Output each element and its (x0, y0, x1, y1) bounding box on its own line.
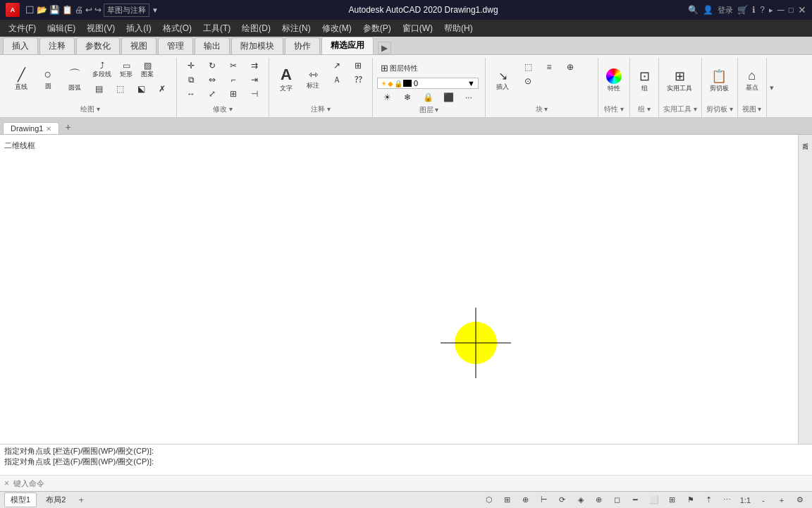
tool-fillet[interactable]: ⌐ (223, 73, 243, 86)
tool-copy[interactable]: ⧉ (181, 73, 201, 86)
status-tab-layout[interactable]: 布局2 (39, 492, 72, 507)
tool-stretch[interactable]: ↔ (181, 87, 201, 100)
tool-multileader[interactable]: ↗ (327, 59, 347, 72)
redo-icon[interactable]: ↪ (94, 5, 102, 15)
tab-featured-apps[interactable]: 精选应用 (321, 37, 374, 54)
tool-dim-style[interactable]: ⁇ (348, 73, 368, 86)
save-as-icon[interactable]: 📋 (62, 5, 73, 15)
ribbon-expand-btn[interactable]: ▾ (767, 58, 777, 117)
sidebar-w-label[interactable]: W (801, 142, 811, 151)
minimize-icon[interactable]: ─ (777, 4, 785, 16)
tool-text-style[interactable]: Ａ (327, 73, 347, 86)
tool-table[interactable]: ⊞ (348, 59, 368, 72)
tool-dimension[interactable]: ⇿ 标注 (300, 59, 326, 99)
tool-define-attr[interactable]: ⊕ (560, 61, 580, 73)
workspace-dropdown[interactable]: 草图与注释 (104, 4, 149, 17)
menu-view[interactable]: 视图(V) (81, 20, 121, 37)
sidebar-west-label[interactable]: 西 (799, 138, 811, 140)
tool-region[interactable]: ⬕ (131, 83, 151, 95)
tool-offset[interactable]: ⇉ (245, 59, 264, 72)
tab-manage[interactable]: 管理 (158, 37, 193, 54)
tool-mirror[interactable]: ⇔ (202, 73, 222, 86)
tool-extend[interactable]: ⇥ (245, 73, 264, 86)
menu-modify[interactable]: 修改(M) (316, 20, 357, 37)
draw-area[interactable]: 二维线框 (0, 135, 798, 444)
tab-output[interactable]: 输出 (195, 37, 230, 54)
cart-icon[interactable]: 🛒 (737, 5, 748, 15)
status-isometric-btn[interactable]: ◈ (573, 494, 589, 507)
tool-layer-freeze[interactable]: ❄ (398, 91, 417, 104)
tool-hatch[interactable]: ▨图案 (137, 59, 157, 81)
maximize-icon[interactable]: □ (789, 5, 794, 15)
tab-insert[interactable]: 插入 (3, 37, 38, 54)
status-snap-btn[interactable]: ⊕ (518, 494, 534, 507)
status-polar-btn[interactable]: ⟳ (555, 494, 570, 507)
layer-dropdown[interactable]: ☀ ◆ 🔒 0 ▼ (377, 78, 479, 89)
tool-utilities[interactable]: ⊞ 实用工具 (663, 61, 696, 100)
status-lineweight-btn[interactable]: ━ (628, 494, 644, 507)
tool-rotate[interactable]: ↻ (202, 59, 222, 72)
tool-basepoint[interactable]: ⌂ 基点 (742, 61, 762, 100)
tool-block-more[interactable]: ⊙ (518, 75, 538, 87)
tool-create-block[interactable]: ⬚ (518, 61, 538, 73)
status-otrack-btn[interactable]: ⊕ (591, 494, 607, 507)
status-more-btn[interactable]: ⋯ (720, 494, 735, 507)
tool-text[interactable]: A 文字 (273, 59, 299, 99)
status-annowatch-btn[interactable]: ⚑ (683, 494, 699, 507)
doc-tab-close-icon[interactable]: ✕ (46, 125, 51, 133)
status-transparency-btn[interactable]: ⬜ (646, 494, 662, 507)
save-icon[interactable]: 💾 (49, 5, 60, 15)
tool-gradient[interactable]: ▤ (89, 83, 109, 95)
tool-scale[interactable]: ⤢ (202, 87, 222, 100)
new-icon[interactable]: ☐ (25, 4, 35, 16)
featured-apps-icon[interactable]: ▶ (378, 42, 391, 54)
status-ortho-btn[interactable]: ⊢ (536, 494, 552, 507)
tool-layer-lock[interactable]: 🔒 (418, 91, 438, 104)
tool-layer-off[interactable]: ☀ (377, 91, 397, 104)
menu-parametric[interactable]: 参数(P) (357, 20, 397, 37)
tool-layer-more[interactable]: ··· (459, 91, 479, 104)
user-icon[interactable]: 👤 (703, 5, 713, 15)
status-model-btn[interactable]: ⬡ (481, 494, 497, 507)
tool-color-wheel[interactable]: 特性 (603, 61, 625, 100)
menu-tools[interactable]: 工具(T) (197, 20, 236, 37)
info-icon[interactable]: ℹ (752, 5, 756, 15)
help-button[interactable]: ? (760, 5, 765, 15)
tool-erase[interactable]: ✗ (152, 83, 172, 95)
tool-move[interactable]: ✛ (181, 59, 201, 72)
login-button[interactable]: 登录 (718, 5, 733, 16)
menu-annotate[interactable]: 标注(N) (276, 20, 316, 37)
doc-tab-add-button[interactable]: + (61, 120, 75, 134)
status-settings-btn[interactable]: ⚙ (792, 494, 808, 507)
tool-group[interactable]: ⊡ 组 (634, 61, 654, 100)
tab-addon[interactable]: 附加模块 (231, 37, 283, 54)
open-icon[interactable]: 📂 (37, 5, 47, 15)
status-tab-model[interactable]: 模型1 (4, 492, 37, 507)
tool-break[interactable]: ⊣ (245, 87, 264, 100)
tool-layer-color[interactable]: ⬛ (438, 91, 458, 104)
tool-layer-properties[interactable]: ⊞ 图层特性 (377, 61, 422, 75)
tab-collaborate[interactable]: 协作 (285, 37, 320, 54)
tool-arc[interactable]: ⌒ 圆弧 (62, 59, 87, 99)
tab-view[interactable]: 视图 (121, 37, 156, 54)
tool-array[interactable]: ⊞ (223, 87, 243, 100)
tool-trim[interactable]: ✂ (223, 59, 243, 72)
menu-help[interactable]: 帮助(H) (438, 20, 479, 37)
tool-boundary[interactable]: ⬚ (110, 83, 130, 95)
status-zoom-out[interactable]: - (756, 494, 771, 507)
menu-insert[interactable]: 插入(I) (121, 20, 156, 37)
tab-parametric[interactable]: 参数化 (76, 37, 120, 54)
search-icon[interactable]: 🔍 (688, 5, 699, 15)
status-tab-add[interactable]: + (75, 494, 87, 507)
tool-circle[interactable]: ○ 圆 (35, 59, 61, 99)
status-grid-btn[interactable]: ⊞ (500, 494, 515, 507)
layer-dropdown-arrow[interactable]: ▼ (467, 79, 475, 87)
status-osnap-btn[interactable]: ◻ (610, 494, 625, 507)
tool-line[interactable]: ╱ 直线 (8, 59, 34, 99)
menu-file[interactable]: 文件(F) (3, 20, 42, 37)
status-zoom-in[interactable]: + (774, 494, 789, 507)
tab-annotate[interactable]: 注释 (39, 37, 75, 54)
menu-window[interactable]: 窗口(W) (397, 20, 438, 37)
tool-edit-attr[interactable]: ≡ (539, 61, 559, 73)
tool-rect[interactable]: ▭矩形 (116, 59, 136, 81)
